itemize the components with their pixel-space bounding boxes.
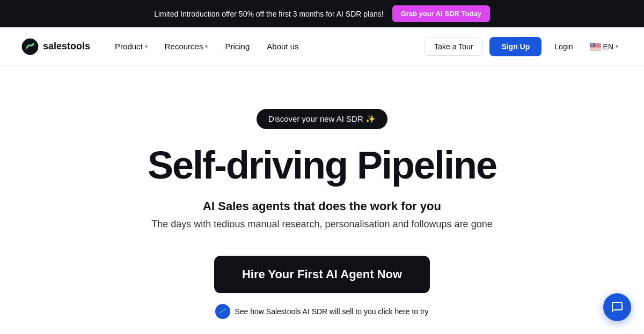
svg-rect-7	[590, 49, 601, 49]
svg-point-26	[592, 45, 593, 46]
lang-label: EN	[603, 42, 613, 51]
announcement-banner: Limited Introduction offer 50% off the f…	[0, 0, 644, 27]
chat-icon	[611, 301, 624, 314]
svg-point-11	[592, 43, 592, 43]
nav-item-resources[interactable]: Recources ▾	[157, 38, 216, 55]
svg-point-16	[592, 43, 592, 44]
announcement-cta-button[interactable]: Grab your AI SDR Today	[392, 5, 490, 22]
svg-point-19	[591, 44, 591, 45]
logo[interactable]: salestools	[21, 38, 90, 55]
take-a-tour-button[interactable]: Take a Tour	[424, 38, 483, 56]
nav-right: Take a Tour Sign Up Login	[424, 37, 623, 56]
logo-text: salestools	[43, 41, 90, 52]
svg-point-24	[591, 45, 592, 46]
chat-widget[interactable]	[603, 293, 631, 321]
nav-item-about[interactable]: About us	[259, 38, 306, 55]
nav-left: salestools Product ▾ Recources ▾ Pricing…	[21, 38, 306, 55]
svg-point-31	[593, 46, 594, 46]
svg-point-13	[593, 43, 594, 43]
nav-links: Product ▾ Recources ▾ Pricing About us	[107, 38, 306, 55]
hero-subtitle-bold: AI Sales agents that does the work for y…	[203, 199, 441, 213]
svg-point-25	[592, 45, 592, 46]
login-button[interactable]: Login	[548, 38, 579, 55]
demo-link-text: See how Salestools AI SDR will sell to y…	[235, 307, 428, 316]
lang-chevron-icon: ▾	[616, 43, 618, 49]
svg-point-18	[590, 44, 591, 45]
svg-rect-5	[590, 47, 601, 47]
svg-point-27	[590, 46, 591, 46]
svg-point-12	[592, 43, 593, 43]
svg-rect-6	[590, 48, 601, 48]
language-selector[interactable]: EN ▾	[586, 39, 623, 54]
demo-icon	[215, 304, 230, 319]
svg-point-29	[592, 46, 592, 46]
hero-badge: Discover your new AI SDR ✨	[257, 109, 387, 129]
nav-item-product[interactable]: Product ▾	[107, 38, 155, 55]
svg-point-0	[22, 39, 38, 55]
svg-point-10	[591, 43, 591, 43]
nav-item-pricing[interactable]: Pricing	[217, 38, 257, 55]
hero-section: Discover your new AI SDR ✨ Self-driving …	[0, 66, 644, 334]
announcement-text: Limited Introduction offer 50% off the f…	[154, 10, 383, 18]
navbar: salestools Product ▾ Recources ▾ Pricing…	[0, 27, 644, 66]
svg-point-22	[593, 44, 594, 45]
logo-icon	[21, 38, 39, 55]
chevron-down-icon: ▾	[205, 43, 208, 49]
flag-icon	[590, 43, 601, 50]
svg-point-23	[591, 45, 591, 46]
svg-point-21	[592, 44, 593, 45]
hero-subtitle: The days with tedious manual research, p…	[151, 219, 492, 230]
svg-point-17	[592, 43, 593, 44]
chevron-down-icon: ▾	[145, 43, 148, 49]
svg-point-9	[590, 43, 591, 43]
svg-point-15	[591, 43, 592, 44]
svg-point-28	[591, 46, 591, 46]
svg-point-14	[591, 43, 591, 44]
svg-point-30	[592, 46, 593, 46]
sign-up-button[interactable]: Sign Up	[489, 37, 541, 56]
salestools-small-icon	[218, 307, 228, 316]
hero-title: Self-driving Pipeline	[148, 144, 496, 187]
svg-point-20	[592, 44, 592, 45]
demo-link[interactable]: See how Salestools AI SDR will sell to y…	[215, 304, 428, 319]
hire-agent-button[interactable]: Hire Your First AI Agent Now	[214, 256, 430, 293]
